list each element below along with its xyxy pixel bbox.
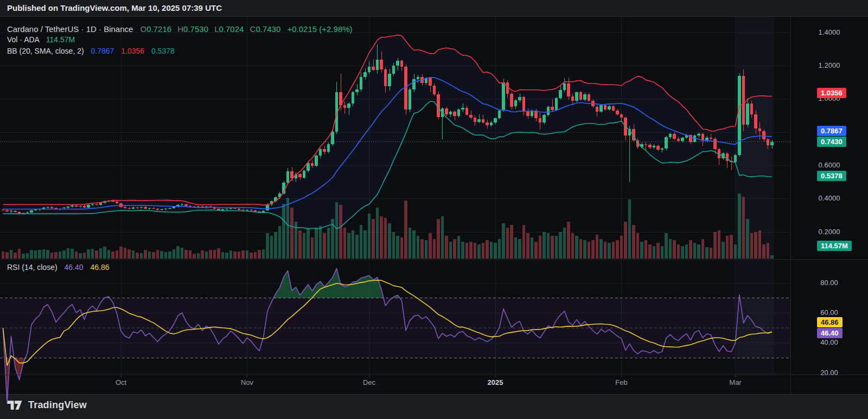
tradingview-logo-icon [7,400,23,410]
tradingview-logo-link[interactable]: TradingView [7,399,87,411]
footer-bar: TradingView [0,394,868,419]
published-text: Published on TradingView.com, Mar 10, 20… [7,3,222,12]
published-bar: Published on TradingView.com, Mar 10, 20… [0,0,868,17]
rsi-pane[interactable] [0,260,790,375]
price-axis[interactable] [790,17,868,375]
main-chart-pane[interactable] [0,17,790,259]
tradingview-snapshot: Published on TradingView.com, Mar 10, 20… [0,0,868,419]
tradingview-brand-text: TradingView [28,399,87,411]
time-axis[interactable] [0,375,868,394]
